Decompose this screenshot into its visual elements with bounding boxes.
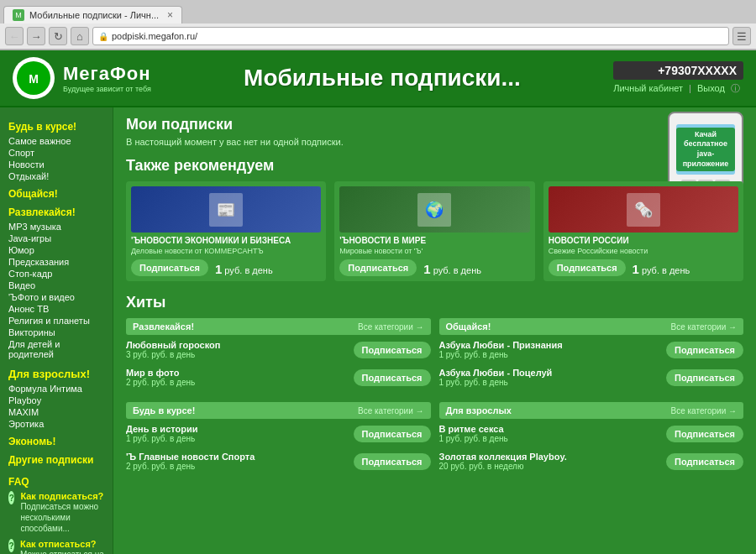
hit-subscribe-3-1[interactable]: Подписаться [354,426,431,442]
hits-columns: Развлекайся! Все категории → Любовный го… [126,318,743,479]
sidebar-title-obshchaisya[interactable]: Общайся! [8,188,104,200]
brand-tagline: Будущее зависит от тебя [63,85,151,93]
hits-cat-bar-adults: Для взрослых Все категории → [439,402,744,419]
recommendation-cards: 📰 'ЪНОВОСТИ ЭКОНОМИКИ И БИЗНЕСА Деловые … [126,181,743,281]
sidebar-item-video[interactable]: Видео [8,280,104,290]
hit-name-2-1[interactable]: Азбука Любви - Признания [439,340,667,350]
forward-button[interactable]: → [27,27,45,45]
tab-title: Мобильные подписки - Личн... [29,10,159,20]
sidebar-item-mp3[interactable]: MP3 музыка [8,222,104,232]
reload-button[interactable]: ↻ [49,27,67,45]
hit-price-4-2: 20 руб. руб. в неделю [439,462,667,471]
header-right: +79307XXXXX Личный кабинет | Выход ⓘ [613,61,743,95]
hit-name-1-1[interactable]: Любовный гороскоп [126,340,354,350]
hit-subscribe-4-1[interactable]: Подписаться [666,426,743,442]
sidebar-item-sport[interactable]: Спорт [8,148,104,158]
tab-favicon: М [13,9,24,21]
tab-close-button[interactable]: × [167,9,173,21]
sidebar-item-novosti[interactable]: Новости [8,159,104,170]
sidebar-title-other[interactable]: Другие подписки [8,454,104,466]
sidebar-item-otdykhai[interactable]: Отдыхай! [8,171,104,181]
rec-card-2-subscribe-btn[interactable]: Подписаться [339,259,417,276]
hit-subscribe-2-2[interactable]: Подписаться [666,369,743,386]
hit-subscribe-1-2[interactable]: Подписаться [354,369,431,386]
rec-card-1-subscribe-btn[interactable]: Подписаться [131,259,208,276]
hits-cat-name-4: Для взрослых [446,405,512,416]
sidebar-item-humor[interactable]: Юмор [8,245,104,255]
hit-item-4-2: Золотая коллекция Playboy. 20 руб. руб. … [439,452,744,473]
price-unit-1: руб. [224,265,242,275]
hit-price-4-1: 1 руб. руб. в день [439,434,667,443]
hits-col-adults: Для взрослых Все категории → В ритме сек… [439,402,744,479]
active-tab[interactable]: М Мобильные подписки - Личн... × [3,6,182,24]
hit-subscribe-1-1[interactable]: Подписаться [354,342,431,358]
hits-cat-bar-razvlekaisya: Развлекайся! Все категории → [126,318,431,335]
tab-bar: М Мобильные подписки - Личн... × [0,0,756,24]
hits-cat-all-1[interactable]: Все категории → [358,322,423,332]
price-amount-3: 1 [633,262,639,276]
rec-card-1-title: 'ЪНОВОСТИ ЭКОНОМИКИ И БИЗНЕСА [131,236,321,245]
sidebar-title-economy[interactable]: Экономь! [8,436,104,447]
sidebar-title-razvlekaisya[interactable]: Развлекайся! [8,206,104,218]
hits-cat-bar-obshchaisya: Общайся! Все категории → [439,318,744,335]
hit-item-2-2: Азбука Любви - Поцелуй 1 руб. руб. в ден… [439,368,744,389]
sidebar-item-foto[interactable]: 'ЪФото и видео [8,292,104,302]
hits-left-group: Развлекайся! Все категории → Любовный го… [126,318,431,479]
rec-card-2-price: 1 руб. в день [423,262,481,276]
faq-q1[interactable]: Как подписаться? [20,491,104,501]
sidebar-item-maxim[interactable]: MAXIM [8,407,104,417]
logo-circle: М [13,57,55,99]
cabinet-link[interactable]: Личный кабинет [613,83,683,93]
sidebar-item-stopkadr[interactable]: Стоп-кадр [8,269,104,279]
hit-info-1-1: Любовный гороскоп 3 руб. руб. в день [126,340,354,359]
home-button[interactable]: ⌂ [71,27,89,45]
hits-right-group: Общайся! Все категории → Азбука Любви - … [439,318,744,479]
faq-section: FAQ ? Как подписаться? Подписаться можно… [8,476,104,554]
settings-button[interactable]: ☰ [732,27,751,45]
hit-info-4-2: Золотая коллекция Playboy. 20 руб. руб. … [439,452,667,471]
hit-name-3-1[interactable]: День в истории [126,424,354,434]
faq-q2[interactable]: Как отписаться? [20,539,104,549]
hit-name-2-2[interactable]: Азбука Любви - Поцелуй [439,368,667,378]
hit-subscribe-4-2[interactable]: Подписаться [666,453,743,470]
hit-info-4-1: В ритме секса 1 руб. руб. в день [439,424,667,443]
sidebar-item-erotika[interactable]: Эротика [8,419,104,429]
sidebar-item-religiya[interactable]: Религия и планеты [8,316,104,326]
sidebar-item-deti[interactable]: Для детей и родителей [8,339,104,359]
question-icon-2: ? [8,539,14,552]
sidebar-item-samoe[interactable]: Самое важное [8,136,104,146]
address-bar[interactable]: 🔒 podpiski.megafon.ru/ [92,27,729,45]
browser-toolbar: ← → ↻ ⌂ 🔒 podpiski.megafon.ru/ ☰ [0,24,756,50]
hits-cat-all-3[interactable]: Все категории → [358,406,423,416]
exit-link[interactable]: Выход [697,83,725,93]
browser-chrome: М Мобильные подписки - Личн... × ← → ↻ ⌂… [0,0,756,50]
hit-subscribe-2-1[interactable]: Подписаться [666,342,743,358]
recommendations-section: Также рекомендуем 📰 'ЪНОВОСТИ ЭКОНОМИКИ … [126,157,743,281]
sidebar-item-formula[interactable]: Формула Интима [8,384,104,394]
brand-name: МегаФон [63,63,151,85]
sidebar-item-viktoriny[interactable]: Викторины [8,327,104,337]
sidebar-item-anons[interactable]: Анонс ТВ [8,304,104,314]
hits-cat-all-2[interactable]: Все категории → [671,322,737,332]
sidebar-item-predskazaniya[interactable]: Предсказания [8,257,104,267]
page-main-title: Мобильные подписки... [244,65,521,91]
hit-info-3-1: День в истории 1 руб. руб. в день [126,424,354,443]
rec-card-3-subscribe-btn[interactable]: Подписаться [549,259,626,276]
hit-name-4-1[interactable]: В ритме секса [439,424,667,434]
sidebar-section-bekurse: Будь в курсе! Самое важное Спорт Новости… [8,121,104,181]
price-unit-2: руб. [433,265,451,275]
back-button[interactable]: ← [5,27,24,45]
hit-name-4-2[interactable]: Золотая коллекция Playboy. [439,452,667,462]
hit-name-3-2[interactable]: 'Ъ Главные новости Спорта [126,452,354,462]
sidebar-item-playboy[interactable]: Playboy [8,395,104,405]
faq-question-mark-1: ? Как подписаться? Подписаться можно нес… [8,491,104,534]
hit-name-1-2[interactable]: Мир в фото [126,368,354,378]
rec-card-1-image: 📰 [131,186,321,233]
rec-card-2: 🌍 'ЪНОВОСТИ В МИРЕ Мировые новости от 'Ъ… [334,181,534,281]
sidebar-item-java[interactable]: Java-игры [8,233,104,243]
price-period-2: в день [454,265,481,275]
hits-cat-all-4[interactable]: Все категории → [671,406,737,416]
hit-subscribe-3-2[interactable]: Подписаться [354,453,431,470]
rec-card-3: 🗞️ НОВОСТИ РОССИИ Свежие Российские ново… [543,181,743,281]
hits-col-obshchaisya: Общайся! Все категории → Азбука Любви - … [439,318,744,395]
